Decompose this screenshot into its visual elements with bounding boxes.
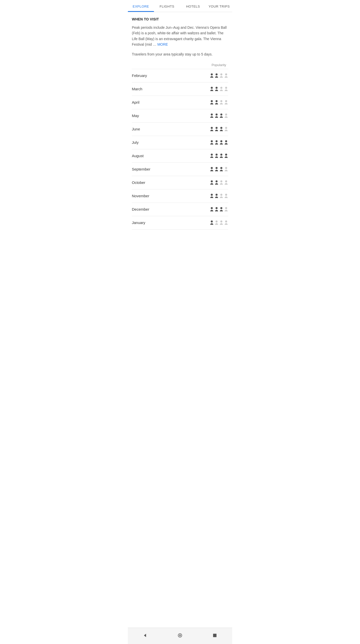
popularity-icons (210, 100, 228, 105)
person-icon-filled (210, 140, 214, 145)
svg-point-23 (225, 140, 227, 142)
month-name: July (132, 140, 139, 145)
person-icon-filled (210, 207, 214, 212)
month-row[interactable]: April (132, 96, 228, 109)
person-icon-filled (215, 167, 219, 172)
month-name: March (132, 87, 142, 91)
person-icon-filled (215, 100, 219, 105)
month-row[interactable]: February (132, 69, 228, 82)
svg-point-30 (220, 167, 222, 169)
month-row[interactable]: November (132, 189, 228, 203)
month-name: October (132, 180, 145, 185)
more-link[interactable]: MORE (157, 42, 168, 46)
svg-point-46 (220, 220, 222, 222)
svg-point-24 (211, 154, 213, 156)
person-icon-empty (224, 127, 228, 132)
popularity-icons (210, 207, 228, 212)
description: Peak periods include Jun–Aug and Dec. Vi… (132, 25, 228, 47)
person-icon-filled (210, 153, 214, 158)
popularity-icons (210, 73, 228, 78)
person-icon-filled (210, 73, 214, 78)
month-name: January (132, 220, 145, 225)
month-row[interactable]: May (132, 109, 228, 123)
person-icon-empty (224, 207, 228, 212)
person-icon-empty (215, 220, 219, 225)
svg-point-42 (220, 207, 222, 209)
popularity-header: Popularity (132, 63, 228, 67)
month-row[interactable]: July (132, 136, 228, 149)
person-icon-filled (219, 140, 223, 145)
person-icon-empty (219, 100, 223, 105)
svg-marker-48 (144, 634, 146, 637)
popularity-icons (210, 127, 228, 132)
person-icon-filled (224, 153, 228, 158)
svg-point-41 (216, 207, 218, 209)
svg-point-15 (225, 114, 227, 116)
svg-point-11 (225, 100, 227, 102)
month-row[interactable]: June (132, 123, 228, 136)
person-icon-filled (210, 193, 214, 199)
tab-hotels[interactable]: HOTELS (180, 0, 206, 12)
month-name: May (132, 114, 139, 118)
svg-point-1 (216, 73, 218, 75)
month-name: June (132, 127, 140, 131)
month-name: December (132, 207, 149, 211)
svg-point-8 (211, 100, 213, 102)
person-icon-empty (224, 87, 228, 92)
svg-point-6 (220, 87, 222, 89)
popularity-icons (210, 153, 228, 158)
person-icon-empty (219, 193, 223, 199)
back-button[interactable] (141, 631, 150, 640)
person-icon-empty (224, 167, 228, 172)
svg-point-32 (211, 180, 213, 182)
svg-point-36 (211, 194, 213, 196)
person-icon-empty (224, 73, 228, 78)
person-icon-empty (219, 73, 223, 78)
popularity-icons (210, 220, 228, 225)
svg-point-12 (211, 114, 213, 116)
person-icon-filled (219, 127, 223, 132)
month-row[interactable]: August (132, 149, 228, 163)
section-title: WHEN TO VISIT (132, 17, 228, 21)
person-icon-empty (219, 87, 223, 92)
popularity-icons (210, 140, 228, 145)
tab-flights[interactable]: FLIGHTS (154, 0, 180, 12)
svg-point-33 (216, 180, 218, 182)
month-name: April (132, 100, 139, 104)
person-icon-filled (210, 100, 214, 105)
description-text: Peak periods include Jun–Aug and Dec. Vi… (132, 25, 227, 46)
svg-point-10 (220, 100, 222, 102)
months-list: February March April (132, 69, 228, 230)
svg-point-40 (211, 207, 213, 209)
home-button[interactable] (175, 631, 185, 640)
tab-explore[interactable]: EXPLORE (128, 0, 154, 12)
svg-point-21 (216, 140, 218, 142)
month-row[interactable]: March (132, 82, 228, 96)
person-icon-filled (210, 220, 214, 225)
svg-point-38 (220, 194, 222, 196)
person-icon-empty (224, 220, 228, 225)
person-icon-filled (215, 127, 219, 132)
month-row[interactable]: September (132, 163, 228, 176)
person-icon-filled (210, 113, 214, 118)
person-icon-filled (215, 87, 219, 92)
svg-point-26 (220, 154, 222, 156)
month-row[interactable]: January (132, 216, 228, 230)
svg-point-20 (211, 140, 213, 142)
person-icon-filled (215, 113, 219, 118)
person-icon-filled (219, 207, 223, 212)
recents-button[interactable] (210, 631, 219, 640)
svg-point-45 (216, 220, 218, 222)
person-icon-empty (224, 100, 228, 105)
svg-point-5 (216, 87, 218, 89)
svg-point-17 (216, 127, 218, 129)
svg-point-43 (225, 207, 227, 209)
month-row[interactable]: October (132, 176, 228, 189)
person-icon-filled (215, 140, 219, 145)
popularity-icons (210, 87, 228, 92)
tab-your-trips[interactable]: YOUR TRIPS (206, 0, 232, 12)
person-icon-empty (219, 180, 223, 185)
svg-point-35 (225, 180, 227, 182)
person-icon-filled (215, 73, 219, 78)
month-row[interactable]: December (132, 203, 228, 216)
